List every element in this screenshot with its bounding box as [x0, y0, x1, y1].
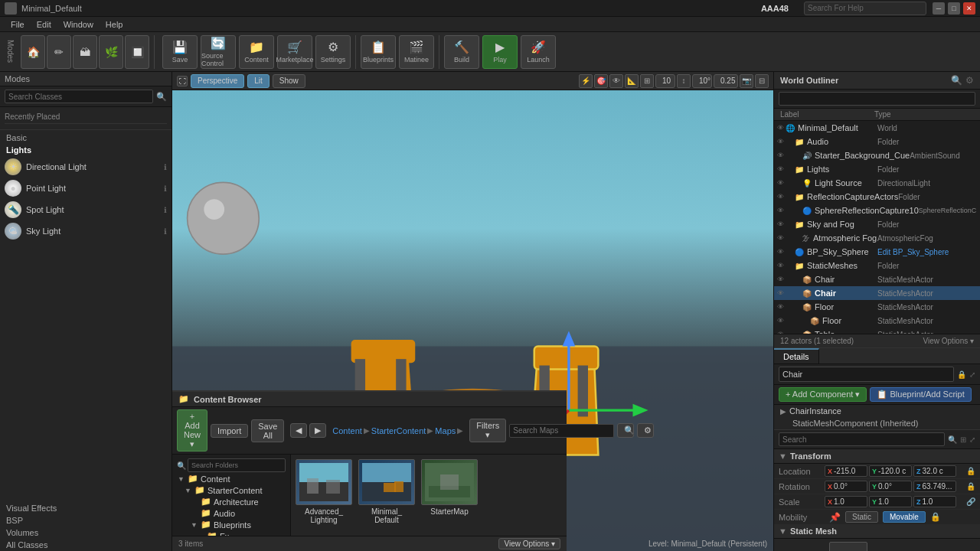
- view-options-button[interactable]: View Options ▾: [498, 538, 560, 549]
- viewport-icon-4[interactable]: 📐: [625, 74, 639, 88]
- actor-name-input[interactable]: Chair: [779, 367, 954, 382]
- viewport-icon-2[interactable]: 🎯: [594, 74, 608, 88]
- ol-chair-2[interactable]: 👁 📦 Chair StaticMeshActor: [774, 286, 980, 300]
- mode-paint[interactable]: ✏: [47, 35, 71, 69]
- ol-minimal-default[interactable]: 👁 🌐 Minimal_Default World: [774, 121, 980, 135]
- back-button[interactable]: ◀: [290, 423, 307, 438]
- asset-advanced-lighting[interactable]: Advanced_Lighting: [296, 459, 352, 524]
- angle-snap-btn[interactable]: 10°: [692, 74, 712, 88]
- launch-button[interactable]: 🚀 Launch: [521, 35, 556, 69]
- build-button[interactable]: 🔨 Build: [444, 35, 479, 69]
- maximize-viewport-btn[interactable]: ⛶: [177, 76, 188, 86]
- mode-select[interactable]: 🏠: [21, 35, 45, 69]
- sky-light-item[interactable]: 🌤 Sky Light ℹ: [0, 220, 172, 242]
- section-basic[interactable]: Basic: [0, 132, 172, 144]
- marketplace-button[interactable]: 🛒 Marketplace: [277, 35, 312, 69]
- import-button[interactable]: Import: [211, 424, 248, 438]
- search-folders-input[interactable]: [188, 458, 286, 472]
- filters-button[interactable]: Filters ▾: [469, 419, 506, 442]
- ol-lights-folder[interactable]: 👁 📁 Lights Folder: [774, 162, 980, 176]
- content-search-btn[interactable]: 🔍: [617, 423, 634, 438]
- minimize-button[interactable]: ─: [933, 2, 945, 15]
- section-ve[interactable]: Visual Effects: [0, 502, 172, 514]
- ol-light-source[interactable]: 👁 💡 Light Source DirectionalLight: [774, 176, 980, 190]
- search-help-bar[interactable]: Search For Help: [804, 2, 926, 15]
- section-all[interactable]: All Classes: [0, 539, 172, 551]
- scale-lock[interactable]: 🔗: [966, 497, 975, 506]
- add-new-button[interactable]: + Add New ▾: [177, 409, 207, 452]
- folder-blueprints[interactable]: ▼ 📁 Blueprints: [175, 519, 287, 530]
- spot-light-info[interactable]: ℹ: [164, 206, 167, 214]
- close-button[interactable]: ✕: [963, 2, 975, 15]
- blueprint-script-button[interactable]: 📋 Blueprint/Add Script: [870, 387, 971, 402]
- viewport-layout-icon[interactable]: ⊟: [755, 74, 769, 88]
- matinee-button[interactable]: 🎬 Matinee: [399, 35, 434, 69]
- expand-icon[interactable]: ⤢: [969, 370, 975, 379]
- ol-table[interactable]: 👁 📦 Table StaticMeshActor: [774, 328, 980, 334]
- folder-audio[interactable]: 📁 Audio: [175, 507, 287, 519]
- mode-foliage[interactable]: 🌿: [99, 35, 123, 69]
- scale-snap-btn[interactable]: 0.25: [714, 74, 738, 88]
- ol-audio[interactable]: 👁 📁 Audio Folder: [774, 135, 980, 148]
- ol-reflection-folder[interactable]: 👁 📁 ReflectionCaptureActors Folder: [774, 190, 980, 204]
- section-lights[interactable]: Lights: [0, 144, 172, 156]
- ol-chair-1[interactable]: 👁 📦 Chair StaticMeshActor: [774, 272, 980, 286]
- asset-minimal-default[interactable]: Minimal_Default: [358, 459, 415, 524]
- section-bsp[interactable]: BSP: [0, 514, 172, 527]
- rotation-lock[interactable]: 🔒: [966, 482, 975, 491]
- viewport-icon-5[interactable]: ⊞: [640, 74, 654, 88]
- scale-x[interactable]: X1.0: [825, 496, 867, 507]
- location-lock[interactable]: 🔒: [966, 467, 975, 475]
- folder-starter-content[interactable]: ▼ 📁 StarterContent: [175, 484, 287, 496]
- bc-starter-content[interactable]: StarterContent: [371, 426, 426, 435]
- viewport-icon-1[interactable]: ⚡: [579, 74, 593, 88]
- point-light-item[interactable]: ● Point Light ℹ: [0, 178, 172, 199]
- outliner-search-icon[interactable]: 🔍: [951, 75, 962, 86]
- menu-file[interactable]: File: [5, 17, 31, 32]
- location-z[interactable]: Z32.0 c: [913, 465, 956, 477]
- play-button[interactable]: ▶ Play: [482, 35, 518, 69]
- source-control-button[interactable]: 🔄 Source Control: [201, 35, 236, 69]
- bc-content[interactable]: Content: [332, 426, 362, 435]
- transform-section-header[interactable]: ▼ Transform: [774, 449, 980, 464]
- movable-button[interactable]: Movable: [883, 511, 926, 523]
- search-classes-input[interactable]: [5, 90, 153, 103]
- folder-fx[interactable]: 📁 Fx: [175, 530, 287, 536]
- perspective-btn[interactable]: Perspective: [191, 74, 244, 88]
- sky-light-info[interactable]: ℹ: [164, 227, 167, 236]
- ol-floor-item[interactable]: 👁 📦 Floor StaticMeshActor: [774, 314, 980, 328]
- maximize-button[interactable]: □: [948, 2, 960, 15]
- ol-sphere-reflection[interactable]: 👁 🔵 SphereReflectionCapture10 SphereRefl…: [774, 204, 980, 217]
- lit-btn[interactable]: Lit: [247, 74, 270, 88]
- static-button[interactable]: Static: [845, 511, 878, 523]
- scale-z[interactable]: Z1.0: [913, 496, 956, 507]
- viewport-icon-3[interactable]: 👁: [609, 74, 623, 88]
- scale-y[interactable]: Y1.0: [869, 496, 912, 507]
- ol-staticmeshes-folder[interactable]: 👁 📁 StaticMeshes Folder: [774, 259, 980, 272]
- ol-bp-sky-sphere[interactable]: 👁 🔵 BP_Sky_Sphere Edit BP_Sky_Sphere: [774, 245, 980, 259]
- content-search-input[interactable]: [509, 424, 614, 438]
- grid-snap-btn[interactable]: 10: [655, 74, 675, 88]
- location-x[interactable]: X-215.0: [825, 465, 867, 477]
- forward-button[interactable]: ▶: [309, 423, 326, 438]
- directional-light-info[interactable]: ℹ: [164, 163, 167, 171]
- details-filter-icon[interactable]: ⊞: [960, 435, 966, 444]
- blueprints-button[interactable]: 📋 Blueprints: [361, 35, 396, 69]
- rotation-z[interactable]: Z63.749...: [913, 481, 956, 492]
- content-button[interactable]: 📁 Content: [239, 35, 274, 69]
- ol-atmospheric-fog[interactable]: 👁 🌫 Atmospheric Fog AtmosphericFog: [774, 231, 980, 245]
- details-expand-icon[interactable]: ⤢: [969, 435, 975, 444]
- bc-maps[interactable]: Maps: [435, 426, 456, 435]
- ol-floor-folder[interactable]: 👁 📦 Floor StaticMeshActor: [774, 300, 980, 314]
- ol-starter-bg-cue[interactable]: 👁 🔊 Starter_Background_Cue AmbientSound: [774, 148, 980, 162]
- camera-speed-icon[interactable]: 📷: [740, 74, 753, 88]
- mode-landscape[interactable]: 🏔: [73, 35, 97, 69]
- content-options-btn[interactable]: ⚙: [637, 423, 654, 438]
- static-mesh-component[interactable]: StaticMeshComponent (Inherited): [774, 417, 980, 429]
- menu-edit[interactable]: Edit: [31, 17, 57, 32]
- section-volumes[interactable]: Volumes: [0, 527, 172, 539]
- add-component-button[interactable]: + Add Component ▾: [779, 387, 867, 402]
- mode-geometry[interactable]: 🔲: [125, 35, 149, 69]
- menu-help[interactable]: Help: [100, 17, 129, 32]
- asset-starter-map[interactable]: StarterMap: [421, 459, 478, 516]
